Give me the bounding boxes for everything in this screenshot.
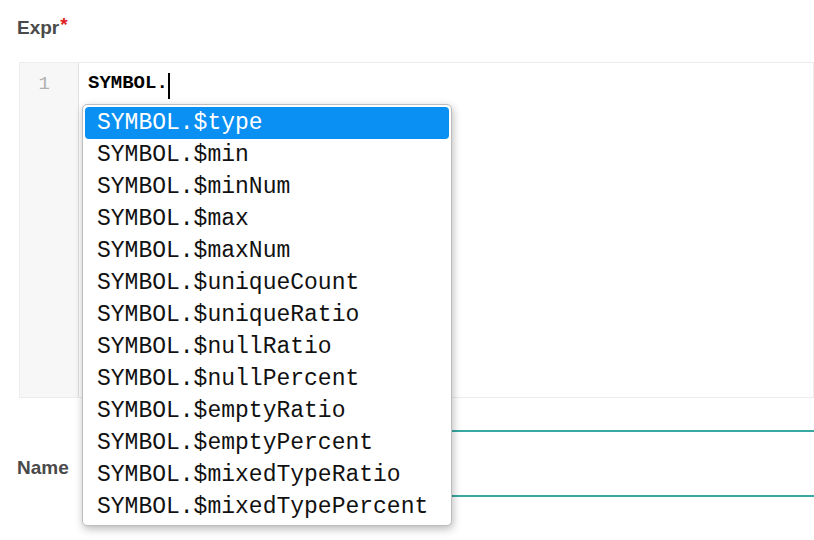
text-cursor: [168, 73, 170, 99]
autocomplete-item[interactable]: SYMBOL.$emptyRatio: [85, 395, 449, 427]
autocomplete-item[interactable]: SYMBOL.$maxNum: [85, 235, 449, 267]
autocomplete-item[interactable]: SYMBOL.$min: [85, 139, 449, 171]
name-label-text: Name: [17, 457, 69, 478]
required-asterisk: *: [60, 14, 67, 35]
autocomplete-item[interactable]: SYMBOL.$uniqueCount: [85, 267, 449, 299]
autocomplete-item[interactable]: SYMBOL.$nullRatio: [85, 331, 449, 363]
editor-gutter: 1: [20, 63, 79, 397]
autocomplete-item[interactable]: SYMBOL.$mixedTypePercent: [85, 491, 449, 523]
autocomplete-item[interactable]: SYMBOL.$emptyPercent: [85, 427, 449, 459]
autocomplete-item[interactable]: SYMBOL.$minNum: [85, 171, 449, 203]
expression-form: Expr* 1 SYMBOL. Name SYMBOL.$type SYMBOL…: [0, 0, 814, 540]
autocomplete-item[interactable]: SYMBOL.$uniqueRatio: [85, 299, 449, 331]
expr-field-label: Expr*: [17, 17, 68, 39]
expr-label-text: Expr: [17, 17, 59, 38]
name-field-label: Name: [17, 457, 69, 479]
autocomplete-item[interactable]: SYMBOL.$mixedTypeRatio: [85, 459, 449, 491]
autocomplete-item[interactable]: SYMBOL.$nullPercent: [85, 363, 449, 395]
autocomplete-item[interactable]: SYMBOL.$max: [85, 203, 449, 235]
line-number: 1: [20, 72, 50, 96]
code-text: SYMBOL.: [88, 72, 168, 94]
autocomplete-dropdown: SYMBOL.$type SYMBOL.$min SYMBOL.$minNum …: [82, 104, 452, 526]
autocomplete-item[interactable]: SYMBOL.$type: [85, 107, 449, 139]
